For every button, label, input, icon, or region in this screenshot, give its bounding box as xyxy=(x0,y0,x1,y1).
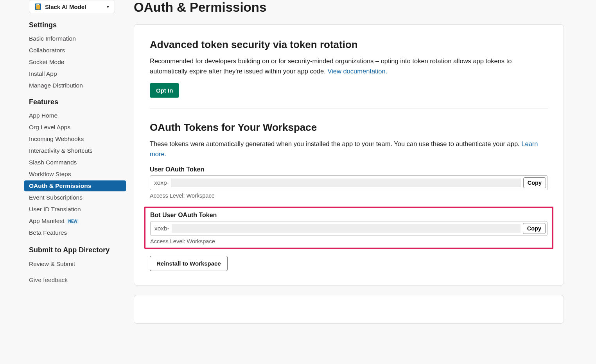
copy-bot-token-button[interactable]: Copy xyxy=(523,223,546,234)
bot-token-access-level: Access Level: Workspace xyxy=(150,238,548,244)
give-feedback-link[interactable]: Give feedback xyxy=(29,277,126,284)
sidebar-item-interactivity-shortcuts[interactable]: Interactivity & Shortcuts xyxy=(24,145,126,156)
svg-rect-2 xyxy=(36,5,40,10)
user-token-access-level: Access Level: Workspace xyxy=(150,193,548,199)
bot-token-redacted xyxy=(172,224,521,233)
sidebar-heading-submit: Submit to App Directory xyxy=(29,245,126,255)
app-selector-dropdown[interactable]: Slack AI Model ▼ xyxy=(29,0,115,13)
sidebar-item-socket-mode[interactable]: Socket Mode xyxy=(24,57,126,68)
oauth-tokens-body: These tokens were automatically generate… xyxy=(150,139,548,159)
sidebar-heading-features: Features xyxy=(29,98,126,106)
sidebar-item-oauth-permissions[interactable]: OAuth & Permissions xyxy=(24,180,126,191)
divider xyxy=(150,109,548,109)
sidebar-item-review-submit[interactable]: Review & Submit xyxy=(24,259,126,269)
bot-token-highlight: Bot User OAuth Token xoxb- Copy Access L… xyxy=(144,207,553,249)
sidebar-item-event-subscriptions[interactable]: Event Subscriptions xyxy=(24,192,126,203)
page-title: OAuth & Permissions xyxy=(134,0,564,15)
sidebar-item-install-app[interactable]: Install App xyxy=(24,68,126,79)
opt-in-button[interactable]: Opt In xyxy=(150,83,179,98)
new-badge: NEW xyxy=(66,219,79,224)
sidebar-heading-settings: Settings xyxy=(29,21,126,29)
app-selector-name: Slack AI Model xyxy=(45,4,106,10)
token-rotation-body: Recommended for developers building on o… xyxy=(150,56,548,76)
user-token-label: User OAuth Token xyxy=(150,166,548,173)
sidebar-item-org-level-apps[interactable]: Org Level Apps xyxy=(24,122,126,133)
sidebar-item-user-id-translation[interactable]: User ID Translation xyxy=(24,204,126,215)
bot-token-prefix: xoxb- xyxy=(154,225,169,232)
sidebar-item-beta-features[interactable]: Beta Features xyxy=(24,227,126,238)
token-rotation-heading: Advanced token security via token rotati… xyxy=(150,39,548,51)
user-token-redacted xyxy=(171,178,521,187)
user-token-prefix: xoxp- xyxy=(154,179,169,186)
sidebar-item-workflow-steps[interactable]: Workflow Steps xyxy=(24,169,126,180)
bot-token-label: Bot User OAuth Token xyxy=(150,212,548,219)
caret-down-icon: ▼ xyxy=(106,5,110,9)
copy-user-token-button[interactable]: Copy xyxy=(523,177,546,188)
sidebar-item-app-home[interactable]: App Home xyxy=(24,110,126,121)
sidebar-item-manage-distribution[interactable]: Manage Distribution xyxy=(24,80,126,91)
bot-token-field[interactable]: xoxb- Copy xyxy=(150,221,548,236)
user-token-field[interactable]: xoxp- Copy xyxy=(150,175,548,190)
view-documentation-link[interactable]: View documentation. xyxy=(327,68,387,75)
sidebar-item-basic-information[interactable]: Basic Information xyxy=(24,33,126,44)
app-icon xyxy=(34,3,42,11)
sidebar-item-app-manifest[interactable]: App Manifest NEW xyxy=(24,216,126,227)
sidebar-item-collaborators[interactable]: Collaborators xyxy=(24,45,126,56)
oauth-card: Advanced token security via token rotati… xyxy=(134,24,564,285)
oauth-tokens-heading: OAuth Tokens for Your Workspace xyxy=(150,121,548,134)
next-card xyxy=(134,295,564,324)
reinstall-button[interactable]: Reinstall to Workspace xyxy=(150,256,228,271)
sidebar-item-slash-commands[interactable]: Slash Commands xyxy=(24,157,126,168)
sidebar-item-incoming-webhooks[interactable]: Incoming Webhooks xyxy=(24,134,126,145)
